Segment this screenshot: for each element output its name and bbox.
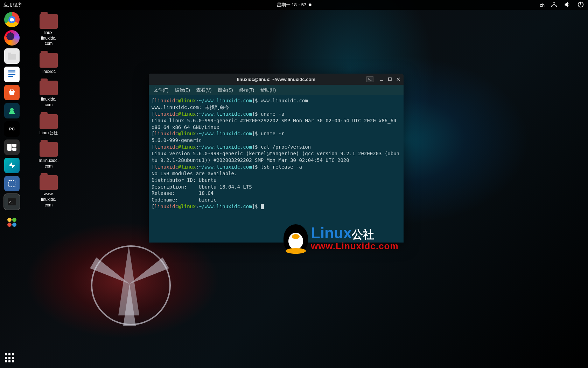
close-icon[interactable] <box>396 77 401 82</box>
svg-point-2 <box>556 5 557 7</box>
input-method-indicator[interactable]: zh <box>540 2 545 8</box>
network-icon[interactable] <box>550 1 558 9</box>
desktop-folder[interactable]: Linux公社 <box>29 114 68 136</box>
maximize-icon[interactable] <box>387 77 392 82</box>
power-icon[interactable] <box>577 1 584 9</box>
menu-help[interactable]: 帮助(H) <box>260 87 276 93</box>
watermark-suffix: 公社 <box>352 228 374 241</box>
svg-rect-8 <box>8 70 15 71</box>
terminal-menubar: 文件(F) 编辑(E) 查看(V) 搜索(S) 终端(T) 帮助(H) <box>149 85 404 95</box>
menu-search[interactable]: 搜索(S) <box>218 87 233 93</box>
svg-point-21 <box>7 223 12 227</box>
svg-rect-11 <box>8 76 13 77</box>
dock-misc[interactable] <box>4 214 20 230</box>
svg-rect-6 <box>8 53 11 55</box>
svg-point-19 <box>7 218 12 222</box>
desktop-folder[interactable]: linuxidc <box>29 53 68 75</box>
desktop-folder[interactable]: linuxidc.com <box>29 81 68 108</box>
dock-snap-store[interactable] <box>4 158 20 173</box>
svg-point-1 <box>551 5 553 7</box>
svg-rect-13 <box>7 144 12 151</box>
svg-rect-24 <box>388 78 391 81</box>
show-applications-icon[interactable] <box>5 353 15 363</box>
watermark-brand: Linux <box>311 224 352 241</box>
dock-software[interactable] <box>4 85 20 100</box>
terminal-body[interactable]: [linuxidc@linux:~/www.linuxidc.com]$ www… <box>149 95 404 243</box>
svg-rect-15 <box>12 148 16 151</box>
menu-terminal[interactable]: 终端(T) <box>239 87 254 93</box>
svg-rect-9 <box>8 73 15 73</box>
dock-terminal[interactable]: >_ <box>4 194 20 210</box>
svg-point-20 <box>12 218 16 222</box>
watermark: Linux公社 www.Linuxidc.com <box>284 224 399 252</box>
svg-rect-16 <box>9 180 15 187</box>
terminal-window: linuxidc@linux: ~/www.linuxidc.com 文件(F)… <box>149 74 404 243</box>
dock: PC >_ <box>2 12 22 230</box>
menu-file[interactable]: 文件(F) <box>154 87 169 93</box>
desktop-icons: linux.linuxidc.com linuxidc linuxidc.com… <box>29 14 68 208</box>
dock-chrome[interactable] <box>4 12 20 27</box>
svg-rect-14 <box>12 144 16 147</box>
dock-android-studio[interactable] <box>4 103 20 118</box>
svg-point-0 <box>553 1 555 3</box>
tux-icon <box>284 224 308 252</box>
svg-rect-10 <box>8 74 15 75</box>
desktop-folder[interactable]: linux.linuxidc.com <box>29 14 68 47</box>
menu-view[interactable]: 查看(V) <box>196 87 211 93</box>
applications-menu[interactable]: 应用程序 <box>4 2 22 8</box>
svg-point-12 <box>10 108 14 111</box>
svg-point-22 <box>12 223 16 227</box>
dock-firefox[interactable] <box>4 30 20 46</box>
terminal-titlebar[interactable]: linuxidc@linux: ~/www.linuxidc.com <box>149 74 404 85</box>
desktop-folder[interactable]: www.linuxidc.com <box>29 175 68 208</box>
dock-pycharm[interactable]: PC <box>4 121 20 137</box>
clock-text: 星期一 18：57 <box>277 2 307 8</box>
terminal-app-icon <box>366 76 373 82</box>
minimize-icon[interactable] <box>379 77 384 82</box>
dock-tiling[interactable] <box>4 139 20 155</box>
top-panel: 应用程序 星期一 18：57 zh <box>0 0 588 10</box>
dock-screenshot[interactable] <box>4 176 20 191</box>
watermark-url: www.Linuxidc.com <box>311 241 399 252</box>
svg-rect-5 <box>8 54 16 60</box>
cursor-icon <box>261 204 264 209</box>
volume-icon[interactable] <box>564 1 571 9</box>
dock-files[interactable] <box>4 48 20 64</box>
menu-edit[interactable]: 编辑(E) <box>175 87 190 93</box>
terminal-title: linuxidc@linux: ~/www.linuxidc.com <box>237 77 315 82</box>
notification-dot-icon <box>308 4 311 6</box>
desktop-folder[interactable]: m.linuxidc.com <box>29 142 68 169</box>
dock-writer[interactable] <box>4 67 20 82</box>
svg-text:>_: >_ <box>9 200 14 204</box>
clock[interactable]: 星期一 18：57 <box>277 2 312 8</box>
